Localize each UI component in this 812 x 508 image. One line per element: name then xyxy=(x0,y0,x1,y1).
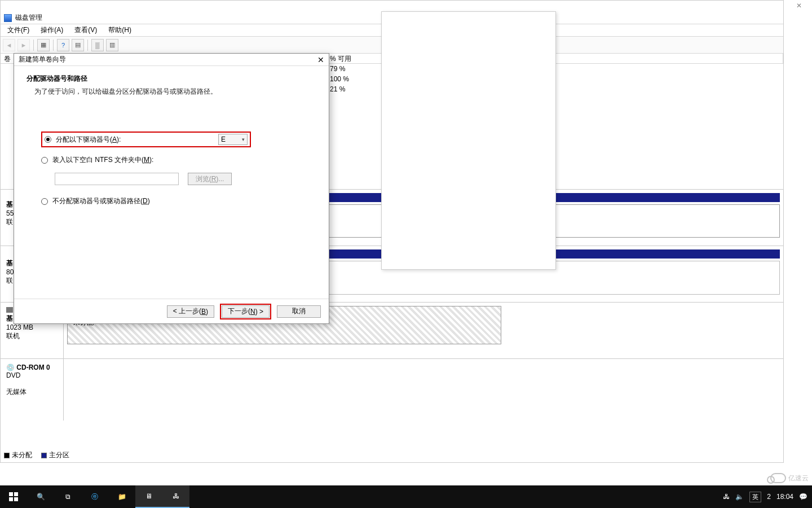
chevron-down-icon: ▾ xyxy=(242,137,245,142)
wizard-footer: < 上一步(B) 下一步(N) > 取消 xyxy=(14,299,329,323)
menu-help[interactable]: 帮助(H) xyxy=(104,24,136,36)
legend-unalloc-swatch xyxy=(4,453,10,458)
cancel-button[interactable]: 取消 xyxy=(277,305,321,318)
wizard-subtext: 为了便于访问，可以给磁盘分区分配驱动器号或驱动器路径。 xyxy=(27,87,316,97)
volume-icon[interactable]: 🔈 xyxy=(735,493,744,501)
next-button[interactable]: 下一步(N) > xyxy=(222,305,270,318)
svg-rect-3 xyxy=(14,497,18,501)
system-tray: 🖧 🔈 英 2 18:04 💬 xyxy=(718,485,812,508)
option-mount-folder[interactable]: 装入以下空白 NTFS 文件夹中(M): xyxy=(41,155,302,165)
menu-action[interactable]: 操作(A) xyxy=(36,24,68,36)
app-icon xyxy=(4,14,12,22)
watermark: 亿速云 xyxy=(770,473,809,483)
disk-management-task[interactable]: 🖥 xyxy=(135,485,162,508)
drive-letter-select[interactable]: E ▾ xyxy=(218,134,248,145)
svg-rect-2 xyxy=(9,497,13,501)
network-icon[interactable]: 🖧 xyxy=(723,493,730,501)
dropdown-overlay-panel xyxy=(381,11,556,270)
menu-file[interactable]: 文件(F) xyxy=(3,24,34,36)
refresh-icon[interactable]: ▤ xyxy=(72,39,84,51)
option-assign-letter[interactable]: 分配以下驱动器号(A): xyxy=(45,135,121,144)
option-no-assign[interactable]: 不分配驱动器号或驱动器路径(D) xyxy=(41,196,302,206)
list-icon[interactable]: ▒ xyxy=(91,39,104,51)
host-close-icon[interactable]: ✕ xyxy=(786,0,812,11)
pct-cell: 100 % xyxy=(330,75,349,83)
cdrom-label[interactable]: 💿 CD-ROM 0 DVD 无媒体 xyxy=(1,359,64,421)
search-icon[interactable]: 🔍 xyxy=(27,485,54,508)
detail-icon[interactable]: ▥ xyxy=(106,39,118,51)
mount-path-input xyxy=(55,173,179,185)
new-simple-volume-wizard: 新建简单卷向导 ✕ 分配驱动器号和路径 为了便于访问，可以给磁盘分区分配驱动器号… xyxy=(14,53,329,324)
file-explorer-icon[interactable]: 📁 xyxy=(108,485,135,508)
hyperv-task[interactable]: 🖧 xyxy=(162,485,189,508)
svg-rect-1 xyxy=(14,492,18,496)
start-button[interactable] xyxy=(0,485,27,508)
forward-icon: ► xyxy=(17,39,30,51)
taskbar: 🔍 ⧉ ⓔ 📁 🖥 🖧 🖧 🔈 英 2 18:04 💬 xyxy=(0,485,812,508)
panel-icon[interactable]: ▦ xyxy=(37,39,50,51)
pct-cell: 21 % xyxy=(330,85,345,93)
window-title: 磁盘管理 xyxy=(15,13,42,23)
pct-cell: 79 % xyxy=(330,65,345,73)
disk-icon xyxy=(6,307,13,313)
wizard-heading: 分配驱动器号和路径 xyxy=(27,74,316,84)
legend: 未分配 主分区 xyxy=(4,450,69,460)
notifications-icon[interactable]: 💬 xyxy=(799,493,807,501)
radio-icon[interactable] xyxy=(41,157,48,164)
legend-primary-swatch xyxy=(41,453,47,458)
browse-button: 浏览(R)... xyxy=(188,173,232,185)
tray-number: 2 xyxy=(767,493,771,501)
radio-icon[interactable] xyxy=(41,198,48,205)
cdrom-pane: 💿 CD-ROM 0 DVD 无媒体 xyxy=(1,358,783,421)
back-button[interactable]: < 上一步(B) xyxy=(167,305,214,318)
close-icon[interactable]: ✕ xyxy=(317,55,324,64)
help-icon[interactable]: ? xyxy=(57,39,69,51)
disc-icon: 💿 xyxy=(6,364,15,371)
radio-icon[interactable] xyxy=(45,136,51,143)
ime-indicator[interactable]: 英 xyxy=(749,492,761,502)
ie-icon[interactable]: ⓔ xyxy=(81,485,108,508)
back-icon: ◄ xyxy=(3,39,15,51)
clock[interactable]: 18:04 xyxy=(776,493,793,501)
cloud-icon xyxy=(770,473,786,483)
menu-view[interactable]: 查看(V) xyxy=(70,24,102,36)
task-view-icon[interactable]: ⧉ xyxy=(54,485,81,508)
svg-rect-0 xyxy=(9,492,13,496)
wizard-title: 新建简单卷向导 xyxy=(19,55,66,64)
